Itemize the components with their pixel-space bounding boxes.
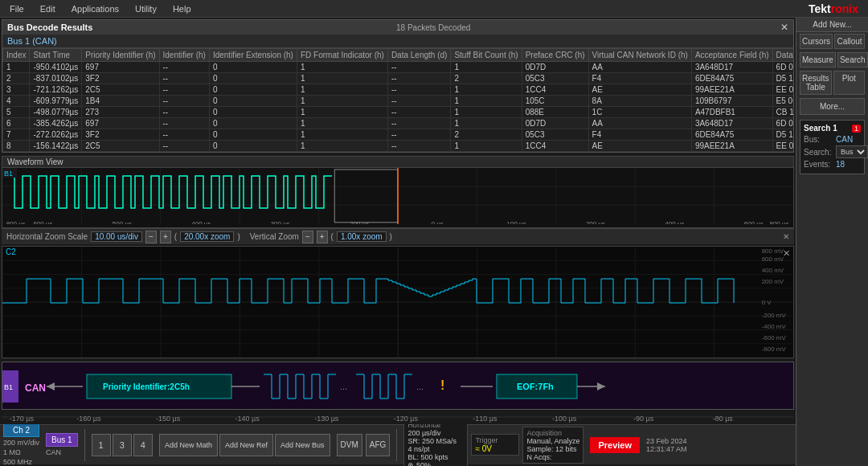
horiz-sr: SR: 250 MSa/s: [407, 437, 464, 445]
h-zoom-label: Horizontal Zoom Scale: [6, 232, 88, 241]
search-events-label: Events:: [804, 160, 836, 169]
table-cell: -498.0779µs: [30, 107, 82, 118]
osc-close-button[interactable]: ✕: [783, 248, 790, 259]
table-cell: --: [387, 84, 451, 96]
svg-text:-400 mV: -400 mV: [762, 323, 787, 330]
add-new-ref-btn[interactable]: Add New Ref: [219, 434, 273, 456]
v-zoom-increase[interactable]: +: [317, 231, 328, 243]
add-new-header: Add New...: [796, 18, 868, 32]
v-zoom-decrease[interactable]: −: [302, 231, 313, 243]
table-row[interactable]: 4-609.9779µs1B4--01--1105C8A109B6797E5 0…: [3, 96, 794, 107]
plot-btn[interactable]: Plot: [833, 71, 866, 95]
svg-text:B1: B1: [4, 170, 13, 178]
ch2-label[interactable]: Ch 2: [3, 423, 39, 437]
bus-decode-header: Bus Decode Results 18 Packets Decoded ✕: [2, 20, 793, 35]
dvm-btn[interactable]: DVM: [337, 434, 362, 456]
table-cell: 7: [3, 129, 30, 141]
table-row[interactable]: 3-721.1262µs2C5--01--11CC4AE99AEE21AEE 0…: [3, 84, 794, 96]
measure-btn[interactable]: Measure: [800, 52, 836, 67]
svg-text:!: !: [440, 378, 444, 392]
table-row[interactable]: 1-950.4102µs697--01--10D7DAA3A648D176D 0…: [3, 62, 794, 73]
table-cell: 3F2: [82, 129, 159, 141]
callout-btn[interactable]: Callout: [834, 34, 865, 49]
table-cell: 1: [451, 107, 522, 118]
menu-file[interactable]: File: [6, 2, 27, 15]
add-new-math-btn[interactable]: Add New Math: [159, 434, 218, 456]
h-zoom-pct: 20.00x zoom: [180, 231, 234, 242]
date: 23 Feb 2024: [646, 437, 687, 445]
acq-count: N Acqs:: [526, 453, 579, 461]
table-cell: 1: [297, 129, 387, 141]
menu-applications[interactable]: Applications: [68, 2, 122, 15]
h-zoom-increase[interactable]: +: [160, 231, 171, 243]
search-bus-label: Bus:: [804, 135, 836, 144]
table-cell: -950.4102µs: [30, 62, 82, 73]
main-content: Bus Decode Results 18 Packets Decoded ✕ …: [0, 18, 868, 466]
table-cell: EE 01 129 23C 2A3 057 20C 17: [772, 141, 793, 152]
table-row[interactable]: 2-837.0102µs3F2--01--205C3F46DE84A75D5 1…: [3, 73, 794, 84]
bus1-label[interactable]: Bus 1: [46, 433, 78, 447]
search-bus-row: Bus: CAN: [804, 135, 861, 144]
menu-utility[interactable]: Utility: [132, 2, 160, 15]
table-row[interactable]: 5-498.0779µs273--01--1088E1CA47DBFB1CB 1…: [3, 107, 794, 118]
divider-1: [84, 429, 85, 461]
waveform-section: Waveform View: [0, 154, 796, 466]
table-row[interactable]: 8-156.1422µs2C5--01--11CC4AE99AEE21AEE 0…: [3, 141, 794, 152]
search-bus-val: CAN: [836, 135, 853, 144]
h-zoom-decrease[interactable]: −: [145, 231, 157, 243]
table-cell: 1: [3, 62, 30, 73]
table-cell: --: [387, 118, 451, 129]
add-new-bus-btn[interactable]: Add New Bus: [275, 434, 330, 456]
table-row[interactable]: 6-385.4262µs697--01--10D7DAA3A648D176D 0…: [3, 118, 794, 129]
col-prio-id: Priority Identifier (h): [82, 49, 159, 62]
results-table-btn[interactable]: Results Table: [800, 71, 832, 95]
table-cell: -272.0262µs: [30, 129, 82, 141]
table-cell: --: [159, 84, 209, 96]
ch2-sample: 500 MHz: [3, 458, 39, 466]
nav-btn-1[interactable]: 1: [92, 434, 111, 456]
preview-button[interactable]: Preview: [590, 437, 640, 453]
nav-btn-4[interactable]: 4: [133, 434, 153, 456]
table-cell: AA: [588, 118, 691, 129]
table-cell: --: [387, 129, 451, 141]
horiz-bl: BL: 500 kpts: [407, 453, 464, 461]
afg-btn[interactable]: AFG: [366, 434, 391, 456]
left-panel: Bus Decode Results 18 Packets Decoded ✕ …: [0, 18, 796, 466]
svg-text:...: ...: [340, 382, 347, 391]
v-zoom-label: Vertical Zoom: [250, 232, 299, 241]
search-type-select[interactable]: Bus: [836, 145, 868, 158]
table-cell: 0D7D: [522, 118, 588, 129]
search-btn[interactable]: Search: [837, 52, 868, 67]
table-cell: 1: [297, 118, 387, 129]
table-cell: 1: [297, 73, 387, 84]
search-type-label: Search:: [804, 148, 836, 157]
close-button[interactable]: ✕: [780, 22, 788, 33]
table-cell: EE 01 129 23C 2A3 057 20C 17: [772, 84, 793, 96]
col-accept-field: Acceptance Field (h): [691, 49, 772, 62]
acq-sample: Sample: 12 bits: [526, 445, 579, 453]
add-buttons: Add New Math Add New Ref Add New Bus: [159, 434, 330, 456]
table-row[interactable]: 7-272.0262µs3F2--01--205C3F46DE84A75D5 1…: [3, 129, 794, 141]
more-btn[interactable]: More...: [800, 98, 865, 115]
right-panel: Add New... Cursors Callout Measure Searc…: [796, 18, 868, 466]
table-cell: D5 10 2AF 3FD 3B 3DA 3C7 0E A1 49: [772, 129, 793, 141]
results-plot-row: Results Table Plot: [800, 71, 865, 95]
table-cell: 1: [297, 96, 387, 107]
table-cell: 3A648D17: [691, 118, 772, 129]
waveform-close-btn[interactable]: ✕: [783, 232, 789, 241]
acq-label: Acquisition: [526, 429, 579, 437]
table-cell: AA: [588, 62, 691, 73]
h-zoom-pct-label: (: [174, 232, 177, 241]
svg-text:Priority Identifier:2C5h: Priority Identifier:2C5h: [103, 382, 190, 391]
ch2-scale: 200 mV/div: [3, 439, 39, 447]
table-cell: --: [387, 141, 451, 152]
svg-text:-800 µs: -800 µs: [4, 220, 26, 224]
table-cell: 0: [209, 107, 297, 118]
col-vcan-id: Virtual CAN Network ID (h): [588, 49, 691, 62]
menu-edit[interactable]: Edit: [37, 2, 59, 15]
nav-btn-3[interactable]: 3: [113, 434, 132, 456]
menu-help[interactable]: Help: [170, 2, 194, 15]
app-logo: Tektronix: [802, 2, 865, 15]
cursors-btn[interactable]: Cursors: [800, 34, 833, 49]
table-cell: -721.1262µs: [30, 84, 82, 96]
